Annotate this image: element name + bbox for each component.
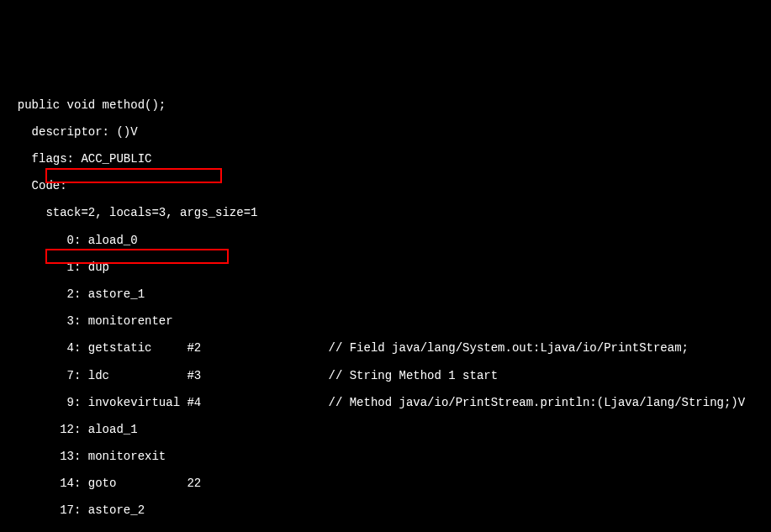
instruction-4-op: 4: getstatic #2 xyxy=(3,341,201,355)
descriptor-line: descriptor: ()V xyxy=(3,125,768,139)
stack-info: stack=2, locals=3, args_size=1 xyxy=(3,206,768,219)
instruction-7: 7: ldc #3 // String Method 1 start xyxy=(3,369,768,382)
instruction-0: 0: aload_0 xyxy=(3,234,768,247)
instruction-13: 13: monitorexit xyxy=(3,450,768,463)
flags-line: flags: ACC_PUBLIC xyxy=(3,152,768,166)
instruction-9-op: 9: invokevirtual #4 xyxy=(3,396,201,409)
instruction-14: 14: goto 22 xyxy=(3,477,768,490)
instruction-4: 4: getstatic #2 // Field java/lang/Syste… xyxy=(3,341,768,355)
instruction-17: 17: astore_2 xyxy=(3,503,768,517)
instruction-9: 9: invokevirtual #4 // Method java/io/Pr… xyxy=(3,396,768,409)
instruction-7-op: 7: ldc #3 xyxy=(3,369,201,382)
instruction-7-comment: // String Method 1 start xyxy=(201,369,498,382)
instruction-12: 12: aload_1 xyxy=(3,423,768,436)
bytecode-output: public void method(); descriptor: ()V fl… xyxy=(3,57,768,532)
instruction-9-comment: // Method java/io/PrintStream.println:(L… xyxy=(201,396,745,409)
code-label: Code: xyxy=(3,179,768,192)
instruction-2: 2: astore_1 xyxy=(3,287,768,301)
instruction-1: 1: dup xyxy=(3,261,768,274)
instruction-4-comment: // Field java/lang/System.out:Ljava/io/P… xyxy=(201,341,689,355)
method-signature: public void method(); xyxy=(3,98,768,112)
instruction-3: 3: monitorenter xyxy=(3,314,768,328)
